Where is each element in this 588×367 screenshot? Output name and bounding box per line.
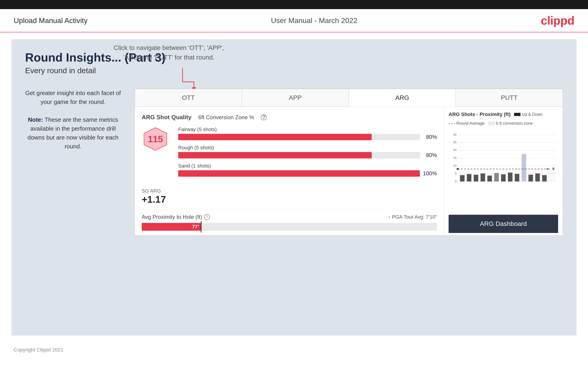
proximity-section: Avg Proximity to Hole (ft) ? ↑ PGA Tour … — [142, 209, 437, 231]
sg-value: +1.17 — [142, 194, 437, 205]
sg-label: SG ARG — [142, 188, 437, 194]
manual-title: User Manual - March 2022 — [271, 17, 357, 25]
svg-rect-34 — [522, 169, 556, 182]
header: Upload Manual Activity User Manual - Mar… — [0, 9, 588, 32]
page-title: Round Insights... (Part 3) — [25, 50, 563, 64]
proximity-tour: ↑ PGA Tour Avg: 7'10" — [388, 214, 437, 220]
sg-section: SG ARG +1.17 — [142, 188, 437, 205]
svg-rect-29 — [515, 174, 519, 182]
bar-track-rough: 80% — [178, 152, 437, 158]
nav-hint: Click to navigate between 'OTT', 'APP', … — [112, 43, 226, 62]
svg-text:30: 30 — [453, 133, 457, 136]
panel-right: ARG Shots - Proximity (ft) Up & Down Rou… — [444, 107, 563, 235]
svg-rect-26 — [494, 173, 499, 182]
left-description: Get greater insight into each facet of y… — [25, 89, 121, 151]
svg-rect-25 — [487, 175, 492, 182]
proximity-fill: 77' — [142, 223, 201, 231]
hex-value: 115 — [148, 134, 163, 144]
bar-bg-fairway — [178, 134, 420, 140]
svg-text:15: 15 — [453, 156, 457, 159]
copyright: Copyright Clippd 2021 — [0, 342, 588, 358]
svg-text:20: 20 — [453, 148, 457, 152]
proximity-cursor — [201, 221, 201, 233]
top-bar — [0, 0, 588, 9]
tab-app[interactable]: APP — [242, 89, 349, 107]
bar-label-fairway: Fairway (5 shots) — [178, 126, 437, 133]
hex-badge: 115 — [142, 126, 169, 152]
svg-rect-24 — [481, 174, 485, 182]
tab-putt[interactable]: PUTT — [456, 89, 563, 107]
note-label: Note: — [28, 116, 43, 123]
content-row: Get greater insight into each facet of y… — [25, 89, 563, 235]
legend-dashed-line — [449, 123, 455, 124]
bar-track-fairway: 80% — [178, 134, 437, 140]
proximity-label: Avg Proximity to Hole (ft) ? — [142, 214, 210, 220]
bar-track-sand: 100% — [178, 170, 437, 177]
arrow-icon — [180, 66, 208, 91]
legend-solid-box — [514, 113, 520, 116]
section-header: ARG Shot Quality 6ft Conversion Zone % ? — [142, 114, 437, 121]
proximity-header: Avg Proximity to Hole (ft) ? ↑ PGA Tour … — [142, 214, 437, 220]
legend-conversion: 6 ft conversion zone — [488, 121, 533, 126]
svg-text:0: 0 — [455, 180, 457, 183]
panel-body: ARG Shot Quality 6ft Conversion Zone % ?… — [135, 107, 563, 235]
tab-ott[interactable]: OTT — [135, 89, 242, 107]
bar-fill-fairway — [178, 134, 372, 140]
svg-text:8: 8 — [553, 167, 554, 170]
proximity-value: 77' — [192, 224, 199, 230]
clippd-logo: clippd — [541, 14, 574, 27]
bar-bg-rough — [178, 152, 420, 158]
svg-rect-28 — [508, 173, 512, 182]
bar-percent-fairway: 80% — [423, 134, 437, 140]
upload-activity-link[interactable]: Upload Manual Activity — [14, 17, 88, 25]
bar-row-sand: Sand (1 shots) 100% — [178, 163, 437, 177]
svg-rect-22 — [467, 174, 471, 182]
chart-area: 0 5 10 15 20 25 30 — [449, 129, 558, 212]
legend-round-avg: Round Average — [449, 121, 485, 126]
svg-rect-21 — [460, 175, 465, 182]
bar-percent-rough: 80% — [423, 152, 437, 158]
main-panel: OTT APP ARG PUTT ARG Shot Quality 6ft Co… — [135, 89, 563, 235]
proximity-help-icon[interactable]: ? — [204, 214, 210, 220]
svg-rect-23 — [474, 175, 478, 182]
tabs-container: OTT APP ARG PUTT — [135, 89, 563, 107]
bar-fill-sand — [178, 170, 420, 177]
bar-row-fairway: Fairway (5 shots) 80% — [178, 126, 437, 140]
conversion-label: 6ft Conversion Zone % — [198, 114, 254, 121]
bar-label-sand: Sand (1 shots) — [178, 163, 437, 169]
page-subtitle: Every round in detail — [25, 66, 563, 75]
shot-quality-label: ARG Shot Quality — [142, 114, 191, 121]
bar-fill-rough — [178, 152, 372, 158]
svg-point-38 — [457, 168, 459, 170]
bar-row-rough: Rough (5 shots) 80% — [178, 145, 437, 158]
bar-percent-sand: 100% — [423, 170, 437, 177]
tab-arg[interactable]: ARG — [349, 89, 456, 107]
chart-header: ARG Shots - Proximity (ft) Up & Down Rou… — [449, 111, 558, 126]
arg-dashboard-button[interactable]: ARG Dashboard — [449, 215, 558, 233]
svg-text:5: 5 — [455, 172, 457, 175]
help-icon[interactable]: ? — [261, 114, 267, 120]
main-content: Round Insights... (Part 3) Every round i… — [11, 39, 577, 335]
svg-text:25: 25 — [453, 141, 457, 144]
legend-updown: Up & Down — [514, 112, 543, 117]
proximity-bar-track: 77' — [142, 223, 437, 231]
chart-svg: 0 5 10 15 20 25 30 — [449, 129, 558, 188]
hex-container: 115 Fairway (5 shots) — [142, 126, 437, 181]
bar-bg-sand — [178, 170, 420, 177]
bar-rows: Fairway (5 shots) 80% Rough — [178, 126, 437, 181]
panel-left: ARG Shot Quality 6ft Conversion Zone % ?… — [135, 107, 444, 235]
svg-rect-27 — [501, 174, 506, 182]
chart-title: ARG Shots - Proximity (ft) — [449, 111, 510, 117]
legend-hatch-box — [488, 122, 495, 125]
bar-label-rough: Rough (5 shots) — [178, 145, 437, 151]
svg-text:10: 10 — [453, 164, 457, 167]
